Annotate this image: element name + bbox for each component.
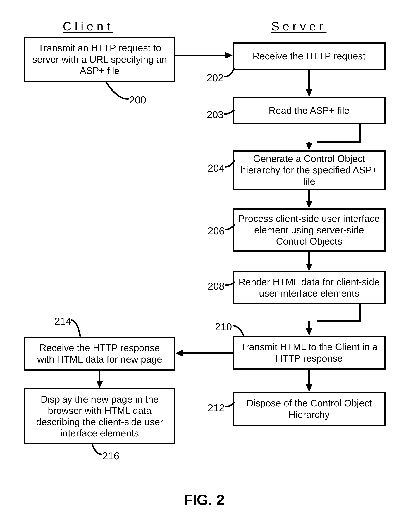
label-206: 206 <box>208 225 225 237</box>
box-212: Dispose of the Control Object Hierarchy <box>232 392 386 426</box>
label-204: 204 <box>208 162 225 174</box>
label-202: 202 <box>207 72 224 84</box>
box-214: Receive the HTTP response with HTML data… <box>24 337 175 371</box>
box-203: Read the ASP+ file <box>232 97 386 125</box>
box-204: Generate a Control Object hierarchy for … <box>232 150 386 190</box>
label-210: 210 <box>215 321 232 333</box>
box-208: Render HTML data for client-side user-in… <box>232 271 386 304</box>
box-202: Receive the HTTP request <box>232 42 386 70</box>
svg-marker-3 <box>306 89 312 97</box>
svg-marker-13 <box>306 384 312 392</box>
svg-marker-17 <box>96 381 103 388</box>
svg-marker-15 <box>175 350 183 357</box>
label-203: 203 <box>207 109 224 121</box>
diagram-page: Client Server Transmit an HTTP request t… <box>0 0 408 532</box>
client-heading: Client <box>63 19 113 33</box>
box-216: Display the new page in the browser with… <box>24 388 175 444</box>
svg-marker-7 <box>306 201 312 208</box>
svg-marker-11 <box>306 328 312 336</box>
svg-marker-1 <box>225 52 232 59</box>
label-214: 214 <box>54 315 71 327</box>
figure-caption: FIG. 2 <box>184 491 225 508</box>
box-200: Transmit an HTTP request to server with … <box>24 37 175 82</box>
label-208: 208 <box>208 280 225 292</box>
svg-marker-9 <box>306 264 312 271</box>
label-200: 200 <box>129 94 146 106</box>
svg-marker-5 <box>306 143 312 150</box>
box-206: Process client-side user interface eleme… <box>232 208 386 252</box>
box-210: Transmit HTML to the Client in a HTTP re… <box>232 336 386 370</box>
label-212: 212 <box>208 402 225 414</box>
server-heading: Server <box>271 19 326 33</box>
label-216: 216 <box>102 450 119 462</box>
